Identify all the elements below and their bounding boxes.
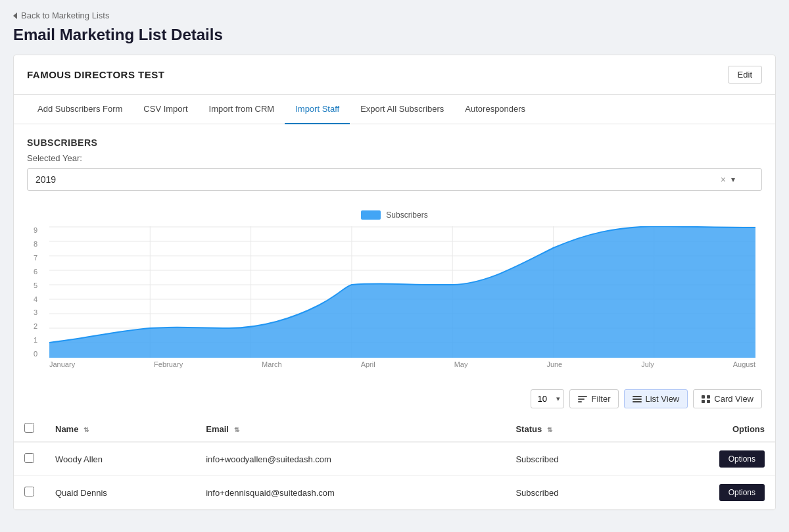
per-page-wrapper: 10 25 50 xyxy=(531,389,564,408)
chart-legend: Subscribers xyxy=(34,210,755,220)
y-label-0: 0 xyxy=(34,350,47,358)
col-name-label: Name xyxy=(55,424,78,434)
table-row: Quaid Dennis info+dennisquaid@suitedash.… xyxy=(14,476,775,510)
card-view-button[interactable]: Card View xyxy=(693,389,762,408)
row-1-status: Subscribed xyxy=(505,442,637,476)
table-controls: 10 25 50 Filter List Vi xyxy=(14,381,775,416)
list-name: FAMOUS DIRECTORS TEST xyxy=(27,69,164,80)
clear-year-icon[interactable]: × xyxy=(721,174,726,185)
card-view-icon xyxy=(702,395,711,403)
legend-color-box xyxy=(361,210,381,220)
select-all-col xyxy=(14,416,45,442)
row-2-options-cell: Options xyxy=(637,476,775,510)
edit-button[interactable]: Edit xyxy=(728,66,762,84)
list-view-button[interactable]: List View xyxy=(624,389,688,408)
tab-import-crm[interactable]: Import from CRM xyxy=(199,95,285,124)
table-row: Woody Allen info+woodyallen@suitedash.co… xyxy=(14,442,775,476)
year-select[interactable]: 2019 × ▾ xyxy=(27,168,762,191)
y-label-9: 9 xyxy=(34,226,47,234)
subscribers-section: SUBSCRIBERS Selected Year: 2019 × ▾ Subs… xyxy=(14,124,775,381)
page-title: Email Marketing List Details xyxy=(13,26,776,44)
tab-csv-import[interactable]: CSV Import xyxy=(133,95,198,124)
filter-label: Filter xyxy=(592,394,611,404)
row-2-status: Subscribed xyxy=(505,476,637,510)
subscribers-table: Name ⇅ Email ⇅ Status ⇅ Options xyxy=(14,416,775,510)
x-label-jul: July xyxy=(641,360,654,368)
row-1-email: info+woodyallen@suitedash.com xyxy=(195,442,505,476)
selected-year-label: Selected Year: xyxy=(27,153,762,163)
filter-lines-icon xyxy=(578,396,587,402)
year-value: 2019 xyxy=(36,174,56,185)
x-label-may: May xyxy=(454,360,468,368)
table-header-row: Name ⇅ Email ⇅ Status ⇅ Options xyxy=(14,416,775,442)
filter-button[interactable]: Filter xyxy=(569,389,619,408)
main-card: FAMOUS DIRECTORS TEST Edit Add Subscribe… xyxy=(13,55,776,510)
legend-label: Subscribers xyxy=(386,210,427,220)
row-1-checkbox-cell xyxy=(14,442,45,476)
row-1-options-cell: Options xyxy=(637,442,775,476)
col-header-email[interactable]: Email ⇅ xyxy=(195,416,505,442)
y-label-2: 2 xyxy=(34,322,47,330)
row-2-options-button[interactable]: Options xyxy=(719,484,765,501)
x-label-aug: August xyxy=(733,360,755,368)
row-2-name: Quaid Dennis xyxy=(45,476,195,510)
y-label-1: 1 xyxy=(34,336,47,344)
tab-export-all[interactable]: Export All Subscribers xyxy=(350,95,454,124)
list-view-label: List View xyxy=(645,394,679,404)
row-2-email: info+dennisquaid@suitedash.com xyxy=(195,476,505,510)
subscribers-table-wrapper: Name ⇅ Email ⇅ Status ⇅ Options xyxy=(14,416,775,510)
row-2-checkbox[interactable] xyxy=(24,487,34,496)
x-label-mar: March xyxy=(262,360,282,368)
back-to-marketing-lists-link[interactable]: Back to Marketing Lists xyxy=(13,11,776,20)
x-axis-labels: January February March April May June Ju… xyxy=(49,358,755,368)
col-header-status[interactable]: Status ⇅ xyxy=(505,416,637,442)
email-sort-icon: ⇅ xyxy=(234,426,239,433)
col-header-options: Options xyxy=(637,416,775,442)
status-sort-icon: ⇅ xyxy=(547,426,552,433)
row-1-name: Woody Allen xyxy=(45,442,195,476)
row-1-options-button[interactable]: Options xyxy=(719,450,765,468)
y-label-5: 5 xyxy=(34,281,47,289)
name-sort-icon: ⇅ xyxy=(84,426,89,433)
tab-autoresponders[interactable]: Autoresponders xyxy=(454,95,536,124)
col-status-label: Status xyxy=(515,424,542,434)
tabs-bar: Add Subscribers Form CSV Import Import f… xyxy=(14,95,775,124)
y-label-4: 4 xyxy=(34,295,47,303)
year-dropdown-arrow: ▾ xyxy=(731,175,735,184)
list-view-icon xyxy=(633,396,642,402)
row-1-checkbox[interactable] xyxy=(24,453,34,463)
col-header-name[interactable]: Name ⇅ xyxy=(45,416,195,442)
tab-import-staff[interactable]: Import Staff xyxy=(285,95,350,124)
row-2-checkbox-cell xyxy=(14,476,45,510)
chart-area: Subscribers 0 1 2 3 4 5 6 7 8 9 xyxy=(27,204,762,368)
y-label-7: 7 xyxy=(34,254,47,262)
back-link-label: Back to Marketing Lists xyxy=(21,11,109,20)
y-label-3: 3 xyxy=(34,308,47,316)
y-axis-labels: 0 1 2 3 4 5 6 7 8 9 xyxy=(34,226,49,358)
col-email-label: Email xyxy=(206,424,229,434)
col-options-label: Options xyxy=(732,424,765,434)
x-label-jan: January xyxy=(49,360,75,368)
year-select-controls: × ▾ xyxy=(721,174,735,185)
tab-add-subscribers[interactable]: Add Subscribers Form xyxy=(27,95,133,124)
y-label-8: 8 xyxy=(34,240,47,248)
y-label-6: 6 xyxy=(34,268,47,276)
subscribers-title: SUBSCRIBERS xyxy=(27,137,762,148)
chart-canvas: January February March April May June Ju… xyxy=(49,226,755,368)
per-page-select[interactable]: 10 25 50 xyxy=(531,389,564,408)
chevron-left-icon xyxy=(13,12,17,19)
x-label-jun: June xyxy=(546,360,562,368)
chart-area-path xyxy=(49,226,755,358)
x-label-apr: April xyxy=(361,360,375,368)
card-view-label: Card View xyxy=(714,394,753,404)
select-all-checkbox[interactable] xyxy=(24,423,34,433)
chart-svg xyxy=(49,226,755,358)
x-label-feb: February xyxy=(154,360,183,368)
card-header: FAMOUS DIRECTORS TEST Edit xyxy=(14,55,775,95)
